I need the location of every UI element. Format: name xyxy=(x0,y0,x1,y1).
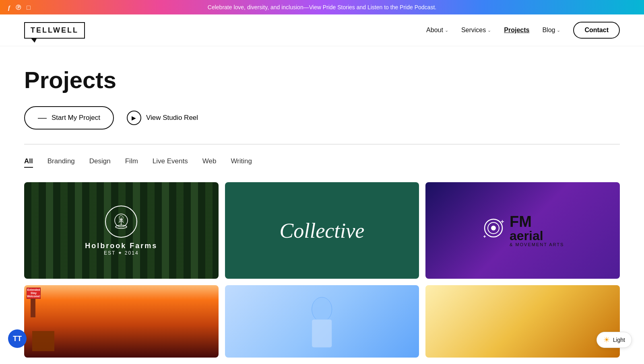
filter-live-events[interactable]: Live Events xyxy=(153,157,188,168)
main-content: Projects — Start My Project ▶ View Studi… xyxy=(0,46,644,358)
nav-about[interactable]: About ⌄ xyxy=(426,27,448,34)
vimeo-icon[interactable]: Ⓟ xyxy=(16,4,21,11)
project-card-collective[interactable]: Collective xyxy=(225,182,419,279)
start-project-label: Start My Project xyxy=(52,114,100,122)
aerial-swirl-icon xyxy=(481,216,506,245)
project-card-person[interactable] xyxy=(425,285,620,358)
project-card-sunset[interactable]: ExtendedStayWelcome! xyxy=(24,285,219,358)
project-card-holbrook-farms[interactable]: Holbrook Farms EST ✦ 2014 xyxy=(24,182,219,279)
project-grid-bottom: ExtendedStayWelcome! xyxy=(24,285,620,358)
filter-web[interactable]: Web xyxy=(202,157,217,168)
aerial-logo: FM aerial & MOVEMENT ARTS xyxy=(481,214,564,247)
motel-building xyxy=(32,331,54,351)
nav-projects[interactable]: Projects xyxy=(504,27,529,34)
social-bar: f Ⓟ □ xyxy=(8,4,31,11)
holbrook-logo-circle xyxy=(105,206,137,238)
logo-text: TELLWELL xyxy=(31,26,78,34)
holbrook-name: Holbrook Farms xyxy=(85,242,157,250)
accessibility-button[interactable]: TT xyxy=(8,329,27,348)
filter-branding[interactable]: Branding xyxy=(47,157,75,168)
main-nav: About ⌄ Services ⌄ Projects Blog ⌄ Conta… xyxy=(426,22,620,39)
chevron-down-icon: ⌄ xyxy=(557,28,560,33)
project-grid: Holbrook Farms EST ✦ 2014 Collective xyxy=(24,182,620,279)
svg-rect-16 xyxy=(312,319,332,348)
light-toggle-label: Light xyxy=(613,337,625,343)
project-card-fm-aerial[interactable]: FM aerial & MOVEMENT ARTS xyxy=(425,182,620,279)
blue-project-visual xyxy=(225,285,419,358)
holbrook-est: EST ✦ 2014 xyxy=(85,250,157,256)
aerial-subtitle: & MOVEMENT ARTS xyxy=(510,242,564,247)
svg-point-10 xyxy=(491,226,496,230)
collective-title: Collective xyxy=(280,219,365,243)
nav-services[interactable]: Services ⌄ xyxy=(461,27,491,34)
nav-blog[interactable]: Blog ⌄ xyxy=(542,27,560,34)
filter-all[interactable]: All xyxy=(24,157,33,168)
aerial-text-block: FM aerial & MOVEMENT ARTS xyxy=(510,214,564,247)
light-mode-toggle[interactable]: ☀ Light xyxy=(597,332,632,348)
aerial-fm-label: FM xyxy=(510,214,564,229)
filter-design[interactable]: Design xyxy=(89,157,111,168)
project-card-blue[interactable] xyxy=(225,285,419,358)
page-title: Projects xyxy=(24,66,620,93)
holbrook-content: Holbrook Farms EST ✦ 2014 xyxy=(85,206,157,256)
chevron-down-icon: ⌄ xyxy=(445,28,448,33)
top-banner: f Ⓟ □ Celebrate love, diversity, and inc… xyxy=(0,0,644,14)
filter-film[interactable]: Film xyxy=(125,157,138,168)
filter-writing[interactable]: Writing xyxy=(231,157,252,168)
svg-line-4 xyxy=(121,220,124,222)
banner-text: Celebrate love, diversity, and inclusion… xyxy=(208,4,436,10)
chevron-down-icon: ⌄ xyxy=(487,28,491,33)
card-overlay xyxy=(425,285,620,358)
header: TELLWELL About ⌄ Services ⌄ Projects Blo… xyxy=(0,14,644,46)
svg-line-3 xyxy=(119,220,121,222)
motel-sign: ExtendedStayWelcome! xyxy=(27,288,41,299)
sun-icon: ☀ xyxy=(603,335,610,344)
contact-button[interactable]: Contact xyxy=(573,22,620,39)
accessibility-label: TT xyxy=(13,335,22,343)
filter-tabs: All Branding Design Film Live Events Web… xyxy=(24,157,620,168)
section-divider xyxy=(24,144,620,144)
logo[interactable]: TELLWELL xyxy=(24,22,85,39)
studio-reel-button[interactable]: ▶ View Studio Reel xyxy=(127,111,198,125)
facebook-icon[interactable]: f xyxy=(8,4,10,11)
instagram-icon[interactable]: □ xyxy=(27,4,31,11)
action-buttons: — Start My Project ▶ View Studio Reel xyxy=(24,106,620,130)
studio-reel-label: View Studio Reel xyxy=(146,114,198,122)
play-icon: ▶ xyxy=(127,111,141,125)
dash-icon: — xyxy=(38,113,47,123)
aerial-brand-name: aerial xyxy=(510,229,564,242)
svg-point-15 xyxy=(312,297,332,321)
start-project-button[interactable]: — Start My Project xyxy=(24,106,114,130)
